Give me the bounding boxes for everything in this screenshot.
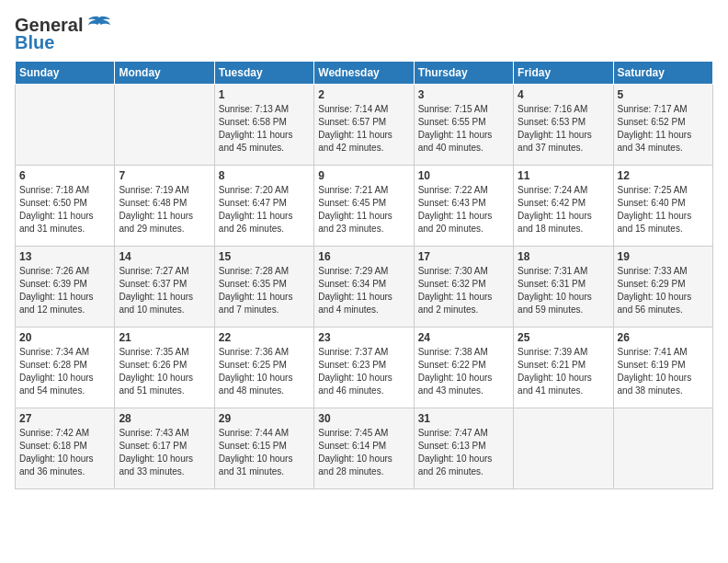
day-number: 14 xyxy=(119,250,210,263)
day-info: Sunrise: 7:13 AM Sunset: 6:58 PM Dayligh… xyxy=(219,103,310,155)
calendar-cell: 18Sunrise: 7:31 AM Sunset: 6:31 PM Dayli… xyxy=(514,247,613,327)
day-info: Sunrise: 7:28 AM Sunset: 6:35 PM Dayligh… xyxy=(219,265,310,316)
day-number: 3 xyxy=(418,88,509,101)
day-info: Sunrise: 7:19 AM Sunset: 6:48 PM Dayligh… xyxy=(119,184,210,236)
calendar-week-row: 20Sunrise: 7:34 AM Sunset: 6:28 PM Dayli… xyxy=(16,327,713,408)
day-number: 28 xyxy=(119,412,210,425)
day-number: 9 xyxy=(318,169,409,182)
calendar-table: SundayMondayTuesdayWednesdayThursdayFrid… xyxy=(15,61,713,489)
weekday-header-wednesday: Wednesday xyxy=(314,62,414,85)
day-number: 10 xyxy=(418,169,509,182)
day-info: Sunrise: 7:41 AM Sunset: 6:19 PM Dayligh… xyxy=(618,346,709,397)
day-number: 1 xyxy=(219,88,310,101)
day-info: Sunrise: 7:21 AM Sunset: 6:45 PM Dayligh… xyxy=(318,184,409,236)
day-number: 12 xyxy=(618,169,709,182)
calendar-cell: 31Sunrise: 7:47 AM Sunset: 6:13 PM Dayli… xyxy=(414,408,513,489)
calendar-cell: 9Sunrise: 7:21 AM Sunset: 6:45 PM Daylig… xyxy=(314,166,414,247)
day-info: Sunrise: 7:20 AM Sunset: 6:47 PM Dayligh… xyxy=(219,184,310,236)
day-info: Sunrise: 7:37 AM Sunset: 6:23 PM Dayligh… xyxy=(318,346,409,397)
calendar-cell: 30Sunrise: 7:45 AM Sunset: 6:14 PM Dayli… xyxy=(314,408,414,489)
day-number: 27 xyxy=(19,412,110,425)
day-number: 22 xyxy=(219,331,310,344)
calendar-cell: 1Sunrise: 7:13 AM Sunset: 6:58 PM Daylig… xyxy=(214,85,313,166)
day-info: Sunrise: 7:47 AM Sunset: 6:13 PM Dayligh… xyxy=(418,427,509,478)
day-info: Sunrise: 7:45 AM Sunset: 6:14 PM Dayligh… xyxy=(318,427,409,478)
calendar-cell: 20Sunrise: 7:34 AM Sunset: 6:28 PM Dayli… xyxy=(16,327,115,408)
calendar-cell: 21Sunrise: 7:35 AM Sunset: 6:26 PM Dayli… xyxy=(115,327,214,408)
day-info: Sunrise: 7:24 AM Sunset: 6:42 PM Dayligh… xyxy=(518,184,609,236)
day-info: Sunrise: 7:29 AM Sunset: 6:34 PM Dayligh… xyxy=(318,265,409,316)
calendar-cell: 25Sunrise: 7:39 AM Sunset: 6:21 PM Dayli… xyxy=(514,327,613,408)
day-info: Sunrise: 7:22 AM Sunset: 6:43 PM Dayligh… xyxy=(418,184,509,236)
day-number: 29 xyxy=(219,412,310,425)
day-number: 18 xyxy=(518,250,609,263)
day-info: Sunrise: 7:43 AM Sunset: 6:17 PM Dayligh… xyxy=(119,427,210,478)
calendar-cell: 2Sunrise: 7:14 AM Sunset: 6:57 PM Daylig… xyxy=(314,85,414,166)
weekday-header-row: SundayMondayTuesdayWednesdayThursdayFrid… xyxy=(16,62,713,85)
day-info: Sunrise: 7:17 AM Sunset: 6:52 PM Dayligh… xyxy=(618,103,709,155)
calendar-cell: 14Sunrise: 7:27 AM Sunset: 6:37 PM Dayli… xyxy=(115,247,214,327)
calendar-cell: 11Sunrise: 7:24 AM Sunset: 6:42 PM Dayli… xyxy=(514,166,613,247)
calendar-week-row: 13Sunrise: 7:26 AM Sunset: 6:39 PM Dayli… xyxy=(16,247,713,327)
calendar-cell xyxy=(115,85,214,166)
day-info: Sunrise: 7:38 AM Sunset: 6:22 PM Dayligh… xyxy=(418,346,509,397)
calendar-cell: 23Sunrise: 7:37 AM Sunset: 6:23 PM Dayli… xyxy=(314,327,414,408)
calendar-cell: 5Sunrise: 7:17 AM Sunset: 6:52 PM Daylig… xyxy=(613,85,712,166)
day-number: 26 xyxy=(618,331,709,344)
day-info: Sunrise: 7:42 AM Sunset: 6:18 PM Dayligh… xyxy=(19,427,110,478)
logo-bird-icon xyxy=(86,16,112,36)
calendar-cell xyxy=(16,85,115,166)
day-number: 21 xyxy=(119,331,210,344)
weekday-header-thursday: Thursday xyxy=(414,62,513,85)
calendar-cell: 4Sunrise: 7:16 AM Sunset: 6:53 PM Daylig… xyxy=(514,85,613,166)
day-number: 13 xyxy=(19,250,110,263)
calendar-cell: 16Sunrise: 7:29 AM Sunset: 6:34 PM Dayli… xyxy=(314,247,414,327)
calendar-cell: 13Sunrise: 7:26 AM Sunset: 6:39 PM Dayli… xyxy=(16,247,115,327)
calendar-week-row: 6Sunrise: 7:18 AM Sunset: 6:50 PM Daylig… xyxy=(16,166,713,247)
day-number: 23 xyxy=(318,331,409,344)
day-number: 24 xyxy=(418,331,509,344)
calendar-cell: 7Sunrise: 7:19 AM Sunset: 6:48 PM Daylig… xyxy=(115,166,214,247)
day-info: Sunrise: 7:31 AM Sunset: 6:31 PM Dayligh… xyxy=(518,265,609,316)
logo: General Blue xyxy=(15,15,112,53)
calendar-cell: 26Sunrise: 7:41 AM Sunset: 6:19 PM Dayli… xyxy=(613,327,712,408)
calendar-cell: 29Sunrise: 7:44 AM Sunset: 6:15 PM Dayli… xyxy=(214,408,313,489)
calendar-cell: 6Sunrise: 7:18 AM Sunset: 6:50 PM Daylig… xyxy=(16,166,115,247)
day-number: 17 xyxy=(418,250,509,263)
day-info: Sunrise: 7:16 AM Sunset: 6:53 PM Dayligh… xyxy=(518,103,609,155)
calendar-cell: 10Sunrise: 7:22 AM Sunset: 6:43 PM Dayli… xyxy=(414,166,513,247)
weekday-header-saturday: Saturday xyxy=(613,62,712,85)
calendar-week-row: 1Sunrise: 7:13 AM Sunset: 6:58 PM Daylig… xyxy=(16,85,713,166)
day-number: 19 xyxy=(618,250,709,263)
day-number: 11 xyxy=(518,169,609,182)
weekday-header-friday: Friday xyxy=(514,62,613,85)
calendar-week-row: 27Sunrise: 7:42 AM Sunset: 6:18 PM Dayli… xyxy=(16,408,713,489)
calendar-cell: 15Sunrise: 7:28 AM Sunset: 6:35 PM Dayli… xyxy=(214,247,313,327)
day-info: Sunrise: 7:15 AM Sunset: 6:55 PM Dayligh… xyxy=(418,103,509,155)
weekday-header-monday: Monday xyxy=(115,62,214,85)
logo-text-blue: Blue xyxy=(15,32,54,53)
day-number: 31 xyxy=(418,412,509,425)
day-number: 15 xyxy=(219,250,310,263)
day-number: 30 xyxy=(318,412,409,425)
day-number: 16 xyxy=(318,250,409,263)
calendar-cell: 3Sunrise: 7:15 AM Sunset: 6:55 PM Daylig… xyxy=(414,85,513,166)
calendar-cell: 19Sunrise: 7:33 AM Sunset: 6:29 PM Dayli… xyxy=(613,247,712,327)
page-header: General Blue xyxy=(15,15,713,53)
day-info: Sunrise: 7:26 AM Sunset: 6:39 PM Dayligh… xyxy=(19,265,110,316)
day-info: Sunrise: 7:39 AM Sunset: 6:21 PM Dayligh… xyxy=(518,346,609,397)
calendar-cell xyxy=(613,408,712,489)
calendar-cell: 24Sunrise: 7:38 AM Sunset: 6:22 PM Dayli… xyxy=(414,327,513,408)
day-number: 4 xyxy=(518,88,609,101)
day-info: Sunrise: 7:18 AM Sunset: 6:50 PM Dayligh… xyxy=(19,184,110,236)
day-info: Sunrise: 7:30 AM Sunset: 6:32 PM Dayligh… xyxy=(418,265,509,316)
day-info: Sunrise: 7:44 AM Sunset: 6:15 PM Dayligh… xyxy=(219,427,310,478)
calendar-cell: 8Sunrise: 7:20 AM Sunset: 6:47 PM Daylig… xyxy=(214,166,313,247)
day-number: 6 xyxy=(19,169,110,182)
day-info: Sunrise: 7:25 AM Sunset: 6:40 PM Dayligh… xyxy=(618,184,709,236)
calendar-cell xyxy=(514,408,613,489)
day-number: 8 xyxy=(219,169,310,182)
day-info: Sunrise: 7:36 AM Sunset: 6:25 PM Dayligh… xyxy=(219,346,310,397)
day-number: 5 xyxy=(618,88,709,101)
day-number: 20 xyxy=(19,331,110,344)
